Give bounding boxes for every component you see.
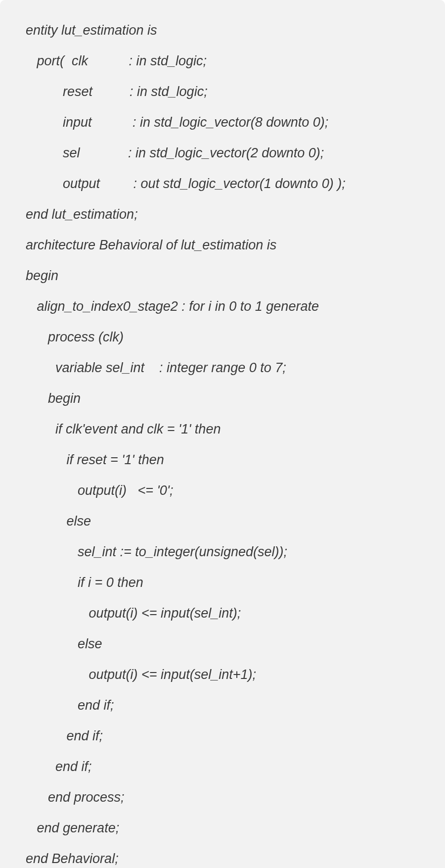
code-line: input : in std_logic_vector(8 downto 0); xyxy=(26,116,419,129)
code-line: end if; xyxy=(26,699,419,712)
code-line: else xyxy=(26,515,419,528)
code-line: sel_int := to_integer(unsigned(sel)); xyxy=(26,545,419,559)
code-line: variable sel_int : integer range 0 to 7; xyxy=(26,361,419,375)
code-line: end lut_estimation; xyxy=(26,208,419,221)
code-line: port( clk : in std_logic; xyxy=(26,54,419,68)
code-line: end Behavioral; xyxy=(26,852,419,866)
code-line: output(i) <= input(sel_int); xyxy=(26,607,419,620)
code-line: output : out std_logic_vector(1 downto 0… xyxy=(26,177,419,191)
code-line: sel : in std_logic_vector(2 downto 0); xyxy=(26,146,419,160)
code-line: entity lut_estimation is xyxy=(26,24,419,37)
code-line: end if; xyxy=(26,729,419,743)
code-line: output(i) <= '0'; xyxy=(26,484,419,497)
code-line: architecture Behavioral of lut_estimatio… xyxy=(26,239,419,252)
code-line: if i = 0 then xyxy=(26,576,419,589)
code-line: begin xyxy=(26,269,419,283)
code-line: end generate; xyxy=(26,821,419,835)
code-line: begin xyxy=(26,392,419,405)
code-line: process (clk) xyxy=(26,331,419,344)
code-line: else xyxy=(26,637,419,651)
code-line: if clk'event and clk = '1' then xyxy=(26,423,419,436)
code-line: align_to_index0_stage2 : for i in 0 to 1… xyxy=(26,300,419,313)
code-line: output(i) <= input(sel_int+1); xyxy=(26,668,419,681)
code-listing: entity lut_estimation is port( clk : in … xyxy=(0,0,445,868)
code-line: if reset = '1' then xyxy=(26,453,419,467)
code-line: reset : in std_logic; xyxy=(26,85,419,98)
code-line: end if; xyxy=(26,760,419,773)
code-line: end process; xyxy=(26,791,419,804)
